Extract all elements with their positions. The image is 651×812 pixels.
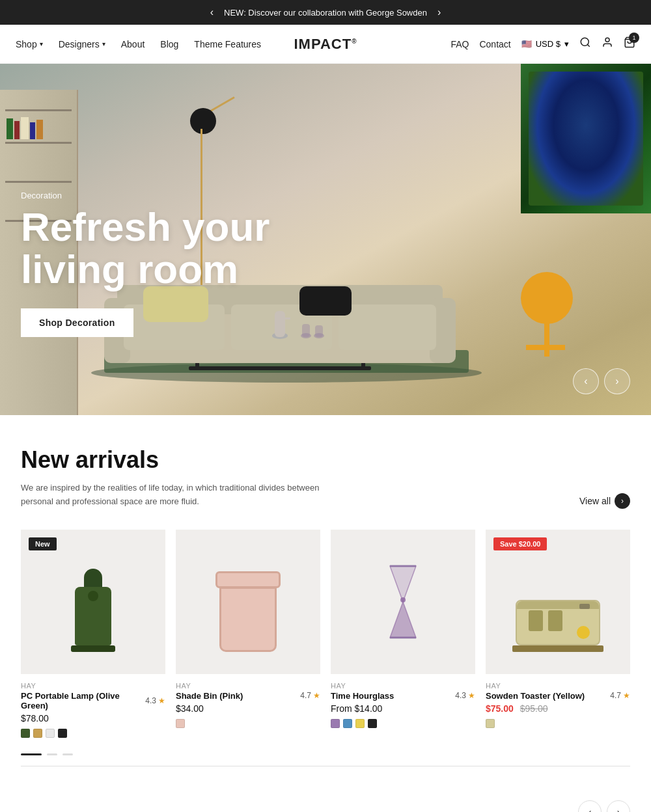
- logo[interactable]: IMPACT®: [294, 36, 357, 53]
- product-price: From $14.00: [331, 703, 475, 714]
- lamp-shade-head: [190, 108, 216, 134]
- svg-line-1: [588, 44, 590, 46]
- color-swatch[interactable]: [21, 729, 30, 738]
- nav-theme-features[interactable]: Theme Features: [194, 39, 261, 49]
- side-table-base: [526, 345, 565, 350]
- svg-marker-29: [390, 602, 416, 638]
- product-name-row: Time Hourglass 4.3 ★: [331, 691, 475, 701]
- product-price: $78.00: [21, 713, 165, 724]
- hero-title: Refresh your living room: [21, 206, 385, 290]
- scroll-dot-active: [21, 753, 42, 755]
- section-description: We are inspired by the realities of life…: [21, 481, 346, 509]
- announcement-bar: ‹ NEW: Discover our collaboration with G…: [0, 0, 651, 25]
- bin-product-image: [197, 551, 298, 652]
- hero-content: Decoration Refresh your living room Shop…: [21, 191, 385, 337]
- star-icon: ★: [158, 696, 165, 705]
- announcement-text: NEW: Discover our collaboration with Geo…: [224, 8, 427, 18]
- announcement-next-btn[interactable]: ›: [437, 7, 441, 18]
- hero-prev-button[interactable]: ‹: [573, 368, 599, 394]
- product-rating: 4.7 ★: [610, 691, 630, 700]
- new-arrivals-section: New arrivals We are inspired by the real…: [0, 415, 651, 787]
- nav-faq[interactable]: FAQ: [450, 39, 469, 49]
- product-image-lamp: New: [21, 530, 165, 674]
- product-name-row: Sowden Toaster (Yellow) 4.7 ★: [486, 691, 630, 701]
- svg-rect-9: [189, 366, 371, 370]
- artwork-inner: [529, 72, 643, 206]
- product-rating: 4.3 ★: [455, 691, 475, 700]
- product-colors: [486, 719, 630, 728]
- product-colors: [331, 719, 475, 728]
- product-name: PC Portable Lamp (Olive Green): [21, 691, 145, 710]
- product-brand: HAY: [21, 682, 165, 690]
- product-rating: 4.3 ★: [145, 696, 165, 705]
- product-price: $34.00: [176, 703, 320, 714]
- color-swatch[interactable]: [355, 719, 365, 728]
- nav-about[interactable]: About: [121, 39, 145, 49]
- navigation: Shop ▾ Designers ▾ About Blog Theme Feat…: [0, 25, 651, 64]
- color-swatch[interactable]: [46, 729, 55, 738]
- star-icon: ★: [313, 691, 320, 700]
- hero-artwork: [521, 64, 651, 213]
- svg-point-0: [581, 38, 589, 46]
- nav-left: Shop ▾ Designers ▾ About Blog Theme Feat…: [16, 39, 294, 49]
- currency-selector[interactable]: 🇺🇸 USD $ ▾: [521, 39, 569, 49]
- nav-blog[interactable]: Blog: [160, 39, 178, 49]
- lamp-product-image: [42, 551, 143, 652]
- announcement-prev-btn[interactable]: ‹: [210, 7, 214, 18]
- color-swatch[interactable]: [176, 719, 185, 728]
- section-header-left: New arrivals We are inspired by the real…: [21, 446, 346, 509]
- scroll-indicator: [21, 753, 630, 766]
- product-brand: HAY: [486, 682, 630, 690]
- product-name: Sowden Toaster (Yellow): [486, 691, 585, 701]
- color-swatch[interactable]: [58, 729, 67, 738]
- section-title: New arrivals: [21, 446, 346, 474]
- product-card-bin[interactable]: HAY Shade Bin (Pink) 4.7 ★ $34.00: [176, 530, 320, 738]
- product-image-bin: [176, 530, 320, 674]
- product-grid: New HAY PC Portable Lamp (Olive Green) 4…: [21, 530, 630, 738]
- view-all-button[interactable]: View all ›: [579, 493, 630, 509]
- product-colors: [176, 719, 320, 728]
- pagination-buttons: ‹ ›: [0, 787, 651, 812]
- hero-cta-button[interactable]: Shop Decoration: [21, 308, 133, 337]
- color-swatch[interactable]: [343, 719, 352, 728]
- product-card-lamp[interactable]: New HAY PC Portable Lamp (Olive Green) 4…: [21, 530, 165, 738]
- product-card-hourglass[interactable]: HAY Time Hourglass 4.3 ★ From $14.00: [331, 530, 475, 738]
- chevron-down-icon: ▾: [564, 39, 569, 49]
- color-swatch[interactable]: [486, 719, 495, 728]
- view-all-arrow-icon: ›: [615, 493, 630, 509]
- product-rating: 4.7 ★: [300, 691, 320, 700]
- hero-section: Decoration Refresh your living room Shop…: [0, 64, 651, 415]
- product-name-row: PC Portable Lamp (Olive Green) 4.3 ★: [21, 691, 165, 710]
- flag-icon: 🇺🇸: [521, 39, 532, 49]
- star-icon: ★: [468, 691, 475, 700]
- nav-contact[interactable]: Contact: [479, 39, 510, 49]
- scroll-dot-inactive: [62, 753, 73, 755]
- product-name: Shade Bin (Pink): [176, 691, 243, 701]
- svg-marker-28: [390, 566, 416, 602]
- product-name-row: Shade Bin (Pink) 4.7 ★: [176, 691, 320, 701]
- scroll-dot-inactive: [47, 753, 57, 755]
- nav-shop[interactable]: Shop ▾: [16, 39, 43, 49]
- product-brand: HAY: [331, 682, 475, 690]
- account-icon[interactable]: [602, 36, 613, 51]
- nav-right: FAQ Contact 🇺🇸 USD $ ▾ 1: [357, 36, 635, 51]
- color-swatch[interactable]: [33, 729, 42, 738]
- svg-point-30: [400, 597, 406, 602]
- cart-icon[interactable]: 1: [624, 36, 635, 51]
- next-page-button[interactable]: ›: [607, 800, 630, 812]
- nav-designers[interactable]: Designers ▾: [59, 39, 105, 49]
- product-card-toaster[interactable]: Save $20.00 HAY: [486, 530, 630, 738]
- color-swatch[interactable]: [331, 719, 340, 728]
- product-image-hourglass: [331, 530, 475, 674]
- product-brand: HAY: [176, 682, 320, 690]
- color-swatch[interactable]: [368, 719, 377, 728]
- product-name: Time Hourglass: [331, 691, 394, 701]
- prev-page-button[interactable]: ‹: [578, 800, 602, 812]
- chevron-down-icon: ▾: [40, 40, 43, 47]
- product-badge-save: Save $20.00: [493, 537, 547, 550]
- product-price: $75.00 $95.00: [486, 703, 630, 714]
- toaster-product-image: [507, 551, 608, 652]
- hero-next-button[interactable]: ›: [604, 368, 630, 394]
- hero-navigation-buttons: ‹ ›: [573, 368, 630, 394]
- search-icon[interactable]: [579, 36, 591, 51]
